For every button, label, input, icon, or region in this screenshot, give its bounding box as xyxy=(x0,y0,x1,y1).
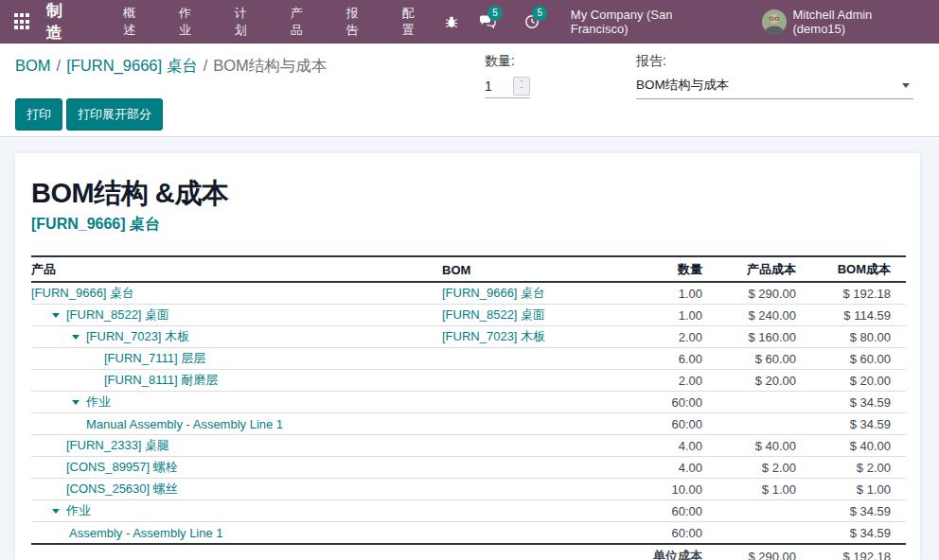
column-header-1: 产品 xyxy=(31,256,442,282)
report-field-block: 报告: BOM结构与成本 xyxy=(636,53,913,99)
column-header-3: 数量 xyxy=(646,256,702,282)
breadcrumb-current: BOM结构与成本 xyxy=(213,57,327,74)
product-link[interactable]: Assembly - Assembly Line 1 xyxy=(69,526,223,540)
quantity-cell: 60:00 xyxy=(646,522,702,545)
column-header-5: BOM成本 xyxy=(796,256,906,282)
unit-cost-label: 单位成本 xyxy=(646,544,702,560)
product-cost-cell: $ 240.00 xyxy=(702,305,796,326)
product-cost-cell xyxy=(702,413,796,435)
tree-collapse-caret-icon[interactable] xyxy=(72,400,80,405)
table-row: [FURN_8111] 耐磨层2.00$ 20.00$ 20.00 xyxy=(31,370,906,392)
user-avatar[interactable] xyxy=(762,9,787,34)
product-link[interactable]: [FURN_7023] 木板 xyxy=(86,328,189,345)
product-cost-cell xyxy=(702,522,796,545)
table-row: 作业60:00$ 34.59 xyxy=(31,392,906,413)
bom-link[interactable]: [FURN_9666] 桌台 xyxy=(442,286,545,300)
messages-icon[interactable]: 5 xyxy=(477,11,497,32)
unit-cost-product: $ 290.00 xyxy=(702,544,796,560)
quantity-cell: 1.00 xyxy=(646,305,702,326)
column-header-2: BOM xyxy=(442,256,646,282)
bom-cost-cell: $ 20.00 xyxy=(796,370,906,392)
stepper-down-icon[interactable]: ˇ xyxy=(521,86,523,93)
table-row: [CONS_25630] 螺丝10.00$ 1.00$ 1.00 xyxy=(31,479,906,500)
activity-icon[interactable]: 5 xyxy=(522,11,541,32)
quantity-cell: 60:00 xyxy=(646,500,702,522)
product-cost-cell: $ 160.00 xyxy=(702,326,796,348)
report-card: BOM结构 &成本 [FURN_9666] 桌台 产品BOM数量产品成本BOM成… xyxy=(15,153,920,560)
product-cost-cell: $ 20.00 xyxy=(702,370,796,392)
quantity-cell: 2.00 xyxy=(646,326,702,348)
tree-collapse-caret-icon[interactable] xyxy=(52,509,60,514)
bom-table-body: [FURN_9666] 桌台[FURN_9666] 桌台1.00$ 290.00… xyxy=(31,282,906,544)
bom-cost-cell: $ 40.00 xyxy=(796,435,906,457)
bom-cost-cell: $ 192.18 xyxy=(796,282,906,305)
table-row: [CONS_89957] 螺栓4.00$ 2.00$ 2.00 xyxy=(31,457,906,479)
report-select[interactable]: BOM结构与成本 xyxy=(636,77,913,99)
bom-cost-cell: $ 34.59 xyxy=(796,392,906,413)
print-button[interactable]: 打印 xyxy=(15,98,62,131)
quantity-label: 数量: xyxy=(485,53,530,70)
tree-collapse-caret-icon[interactable] xyxy=(52,313,60,318)
company-switcher[interactable]: My Company (San Francisco) xyxy=(571,8,730,36)
report-select-value[interactable]: BOM结构与成本 xyxy=(636,77,902,94)
product-link[interactable]: [CONS_89957] 螺栓 xyxy=(66,459,178,476)
breadcrumb-separator: / xyxy=(57,57,62,74)
bom-link[interactable]: [FURN_7023] 木板 xyxy=(442,329,545,343)
navbar-right: 5 5 My Company (San Francisco) xyxy=(441,8,925,36)
product-cost-cell: $ 1.00 xyxy=(702,479,796,500)
product-link[interactable]: 作业 xyxy=(66,502,91,519)
bom-table: 产品BOM数量产品成本BOM成本 [FURN_9666] 桌台[FURN_966… xyxy=(31,255,906,560)
product-link[interactable]: [FURN_7111] 层层 xyxy=(104,350,205,367)
product-link[interactable]: Manual Assembly - Assembly Line 1 xyxy=(86,417,283,431)
screen: 制造 概述作业计划产品报告配置 5 xyxy=(0,0,939,560)
quantity-cell: 6.00 xyxy=(646,348,702,370)
table-row: 作业60:00$ 34.59 xyxy=(31,500,906,522)
breadcrumb-product[interactable]: [FURN_9666] 桌台 xyxy=(66,57,197,74)
bom-cost-cell: $ 34.59 xyxy=(796,413,906,435)
bom-cost-cell: $ 80.00 xyxy=(796,326,906,348)
page-title: BOM结构 &成本 xyxy=(31,178,906,208)
breadcrumb-bom[interactable]: BOM xyxy=(15,57,51,74)
quantity-cell: 10.00 xyxy=(646,479,702,500)
print-unfolded-button[interactable]: 打印展开部分 xyxy=(66,98,163,131)
table-row: [FURN_9666] 桌台[FURN_9666] 桌台1.00$ 290.00… xyxy=(31,282,906,305)
action-buttons: 打印 打印展开部分 xyxy=(15,98,163,131)
bom-cost-cell: $ 34.59 xyxy=(796,522,906,545)
quantity-cell: 4.00 xyxy=(646,435,702,457)
product-link[interactable]: [CONS_25630] 螺丝 xyxy=(66,481,178,498)
user-menu[interactable]: Mitchell Admin (demo15) xyxy=(793,8,926,36)
product-link[interactable]: [FURN_8111] 耐磨层 xyxy=(104,372,218,389)
quantity-cell: 60:00 xyxy=(646,413,702,435)
tree-collapse-caret-icon[interactable] xyxy=(72,335,80,340)
quantity-stepper[interactable]: ˆ ˇ xyxy=(513,77,530,96)
product-link[interactable]: [FURN_9666] 桌台 xyxy=(31,285,134,302)
product-cost-cell xyxy=(702,392,796,413)
product-cost-cell: $ 60.00 xyxy=(702,348,796,370)
product-cost-cell: $ 40.00 xyxy=(702,435,796,457)
bom-link[interactable]: [FURN_8522] 桌面 xyxy=(442,307,545,322)
quantity-cell: 1.00 xyxy=(646,282,702,305)
unit-cost-row: 单位成本 $ 290.00 $ 192.18 xyxy=(31,544,906,560)
bom-cost-cell: $ 60.00 xyxy=(796,348,906,370)
bom-cost-cell: $ 114.59 xyxy=(796,305,906,326)
table-row: [FURN_7111] 层层6.00$ 60.00$ 60.00 xyxy=(31,348,906,370)
table-row: [FURN_7023] 木板[FURN_7023] 木板2.00$ 160.00… xyxy=(31,326,906,348)
app-name[interactable]: 制造 xyxy=(46,0,78,44)
activity-badge: 5 xyxy=(532,6,547,21)
table-row: Manual Assembly - Assembly Line 160:00$ … xyxy=(31,413,906,435)
content-area: BOM结构 &成本 [FURN_9666] 桌台 产品BOM数量产品成本BOM成… xyxy=(0,138,939,560)
table-row: Assembly - Assembly Line 160:00$ 34.59 xyxy=(31,522,906,545)
bug-icon[interactable] xyxy=(441,11,461,32)
top-navbar: 制造 概述作业计划产品报告配置 5 xyxy=(0,0,939,44)
messages-badge: 5 xyxy=(487,6,503,21)
quantity-value[interactable]: 1 xyxy=(485,79,513,94)
table-row: [FURN_8522] 桌面[FURN_8522] 桌面1.00$ 240.00… xyxy=(31,305,906,326)
product-link[interactable]: [FURN_2333] 桌腿 xyxy=(66,437,169,454)
product-link[interactable]: [FURN_8522] 桌面 xyxy=(66,306,169,324)
quantity-cell: 60:00 xyxy=(646,392,702,413)
apps-grid-icon[interactable] xyxy=(14,13,31,30)
bom-cost-cell: $ 34.59 xyxy=(796,500,906,522)
quantity-input[interactable]: 1 ˆ ˇ xyxy=(485,77,530,98)
product-link[interactable]: 作业 xyxy=(86,394,111,411)
breadcrumb: BOM/[FURN_9666] 桌台/BOM结构与成本 xyxy=(15,56,327,77)
